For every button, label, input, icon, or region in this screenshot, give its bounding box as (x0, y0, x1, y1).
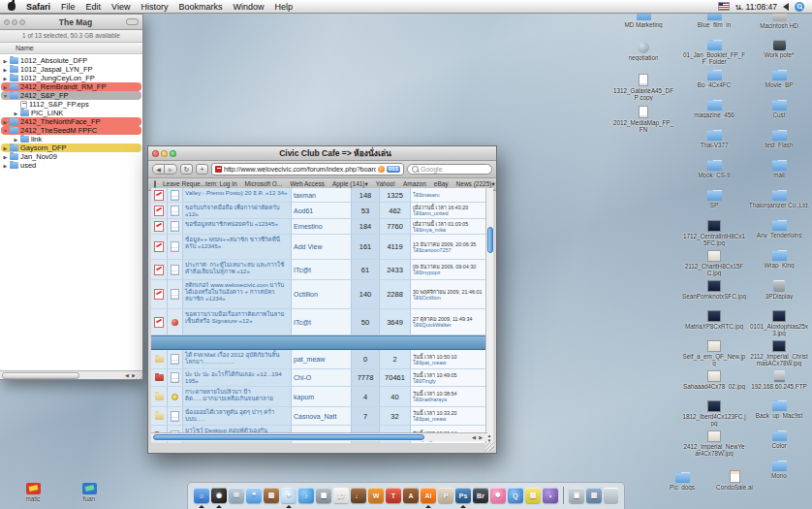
menu-item[interactable]: File (61, 2, 76, 12)
dock-app-icon[interactable]: ❝ (246, 488, 262, 503)
bookmark-item[interactable]: Amazon (403, 180, 426, 188)
desktop-icon-glyph[interactable] (707, 100, 722, 111)
disclosure-triangle-icon[interactable]: ▶ (1, 76, 10, 81)
desktop-icon[interactable]: Any_Tenderloins (748, 220, 810, 250)
file-name[interactable]: 1112_S&P_FP.eps (29, 100, 89, 109)
volume-icon[interactable] (783, 3, 789, 11)
desktop-icon-glyph[interactable] (639, 106, 648, 118)
show-all-bookmarks-icon[interactable] (154, 180, 156, 188)
desktop-icon-glyph[interactable] (707, 220, 721, 232)
finder-minimize-button[interactable] (12, 19, 17, 25)
menu-item[interactable]: View (111, 2, 130, 12)
desktop-icon-glyph[interactable] (707, 190, 722, 201)
finder-resize-grip[interactable] (135, 371, 142, 379)
topic-subject-link[interactable]: สติกเกอร์ www.welovecivic.com มารับได้เอ… (183, 280, 292, 308)
desktop-icon-label[interactable]: 1812_Iberd4Cx123FC.jpg (682, 413, 746, 427)
desktop-icon-glyph[interactable] (774, 370, 785, 382)
bookmark-item[interactable]: eBay (434, 180, 449, 188)
menu-item[interactable]: Window (233, 2, 264, 12)
desktop-icon-glyph[interactable] (707, 370, 721, 382)
desktop-icon[interactable]: fuan (64, 483, 114, 502)
finder-column-header-name[interactable]: Name (0, 43, 142, 54)
finder-row[interactable]: ▶ PIC_LINK (1, 109, 141, 117)
desktop-icon-label[interactable]: mail (773, 172, 785, 178)
desktop-icon-label[interactable]: Self_a_em_QF_New.jpg (682, 353, 746, 366)
topic-subject-link[interactable]: ข้อมูล++ MSN++สมาชิก ชาวซีวิคที่นี่ครับ … (183, 235, 292, 259)
topic-subject-link[interactable]: ประกาศ: กระทู้ไม่เหมาะสม และการใช้คำล้อเ… (183, 260, 292, 279)
desktop-icon-label[interactable]: magazine_456 (694, 111, 734, 118)
finder-row[interactable]: ▼ 2412_TheSeedM FPFC (1, 126, 141, 135)
last-post-author-link[interactable]: โดยTingly (413, 378, 436, 384)
bookmark-item[interactable]: Microsoft O... (245, 180, 283, 188)
desktop-icon-glyph[interactable] (707, 130, 722, 141)
desktop-icon[interactable]: matic (8, 483, 58, 502)
dock-app-icon[interactable]: T (386, 488, 401, 503)
dock-app-icon[interactable]: ☺ (194, 488, 209, 503)
desktop-icon-label[interactable]: 2112_Imperial_ChristmasACx78W.jpg (748, 353, 810, 366)
file-name[interactable]: 1012_Absolute_DFP (20, 56, 87, 65)
safari-vertical-scroll-thumb[interactable] (487, 227, 493, 253)
safari-horizontal-scroll-thumb[interactable] (153, 434, 424, 440)
bookmark-item[interactable]: Web Access (290, 180, 325, 188)
desktop-icon-label[interactable]: Movie_BP (765, 81, 794, 88)
add-bookmark-button[interactable]: + (196, 164, 208, 175)
desktop-icon-label[interactable]: Any_Tenderloins (757, 232, 802, 239)
desktop-icon-label[interactable]: 01_Jan_Booklet_FP_FF_Folder (682, 51, 746, 65)
file-name[interactable]: 2412_TheNorthFace_FP (20, 117, 101, 126)
topic-starter-link[interactable]: Ernestino (292, 219, 352, 234)
desktop-icon-glyph[interactable] (675, 472, 690, 483)
desktop-icon[interactable]: 2412_Imperial_NewYear4Cx78W.jpg (682, 430, 746, 461)
desktop-icon-label[interactable]: 192.168.60.245.FTP (751, 383, 806, 390)
desktop-icon-label[interactable]: Mono (771, 472, 787, 479)
file-name[interactable]: used (20, 161, 36, 170)
topic-starter-link[interactable]: Aod61 (292, 203, 352, 218)
file-name[interactable]: 2412_TheSeedM FPFC (20, 126, 97, 135)
desktop-icon[interactable]: SeanPornknotxSFC.jpg (682, 280, 746, 310)
desktop-icon[interactable]: Color (748, 430, 810, 461)
desktop-icon-glyph[interactable] (707, 340, 721, 352)
menu-item[interactable]: Safari (26, 2, 50, 12)
desktop-icon[interactable]: magazine_456 (682, 100, 746, 130)
dock-app-icon[interactable]: ◉ (211, 488, 227, 503)
desktop-icon-label[interactable]: Thaiorganizer Co.,Ltd. (749, 202, 809, 208)
topic-starter-link[interactable]: pat_meaw (292, 350, 352, 368)
desktop-icon-glyph[interactable] (772, 70, 787, 80)
desktop-icon-label[interactable]: matic (25, 495, 40, 502)
dock-app-icon[interactable]: ▤ (586, 488, 602, 503)
reload-button[interactable]: ↻ (180, 164, 193, 175)
safari-horizontal-scroll-arrows[interactable]: ◀ ▶ (472, 434, 487, 440)
finder-title-bar[interactable]: The Mag (0, 15, 142, 30)
desktop-icon-label[interactable]: Cust (773, 111, 786, 118)
dock-app-icon[interactable]: ▣ (569, 488, 584, 503)
file-name[interactable]: 2412_S&P_FP (20, 91, 69, 100)
topic-starter-link[interactable]: Casnova_Natt (292, 407, 352, 425)
desktop-icon[interactable]: test_Flash (748, 130, 810, 160)
desktop-icon-label[interactable]: Wrap_King (764, 262, 794, 269)
desktop-icon-glyph[interactable] (772, 340, 786, 352)
topic-subject-link[interactable]: กระดาษลายใบปลิวมา ป้าติด......มากมายเหลื… (183, 387, 292, 406)
desktop-icon-label[interactable]: 0101_Aloxlophias25x3.jpg (748, 323, 810, 336)
desktop-icon[interactable]: Thai-V377 (682, 130, 746, 160)
desktop-icon-glyph[interactable] (707, 400, 721, 412)
desktop-icon-label[interactable]: fuan (83, 495, 95, 502)
desktop-icon[interactable]: 0101_Aloxlophias25x3.jpg (748, 310, 810, 340)
dock-app-icon[interactable]: ◗ (543, 488, 558, 503)
finder-row[interactable]: ▶ 2412_RemBrandt_RM_FP (1, 82, 141, 91)
menu-item[interactable]: Bookmarks (178, 2, 222, 12)
desktop-icon-label[interactable]: 2012_MediaMap_FP_FN (613, 119, 673, 133)
topic-subject-link[interactable]: Valley - Premo Posto) 20 ธ.ค. «12 34» (183, 188, 292, 202)
file-name[interactable]: PIC_LINK (31, 109, 63, 117)
disclosure-triangle-icon[interactable]: ▶ (12, 111, 20, 116)
dock-app-icon[interactable]: 17 (333, 488, 349, 503)
safari-title-bar[interactable]: Civic Club Cafe => ห้องนั่งเล่น (148, 146, 496, 161)
dock-app-icon[interactable]: A (403, 488, 419, 503)
desktop-icon[interactable]: 1812_Iberd4Cx123FC.jpg (682, 400, 746, 430)
topic-starter-link[interactable]: Chi-O (292, 369, 352, 386)
safari-zoom-button[interactable] (170, 150, 176, 157)
trash-icon[interactable] (604, 488, 618, 504)
desktop-icon-label[interactable]: Back_up_Mac9st (756, 412, 802, 419)
topic-subject-link[interactable]: น้องออยได้เวลาทูตัน อุตๆ ปาๆ คร้าบบบ....… (183, 407, 292, 425)
desktop-icon-glyph[interactable] (772, 310, 786, 322)
desktop-icon-label[interactable]: CondoSale.ai (716, 484, 753, 491)
desktop-icon[interactable]: SP (682, 190, 746, 220)
